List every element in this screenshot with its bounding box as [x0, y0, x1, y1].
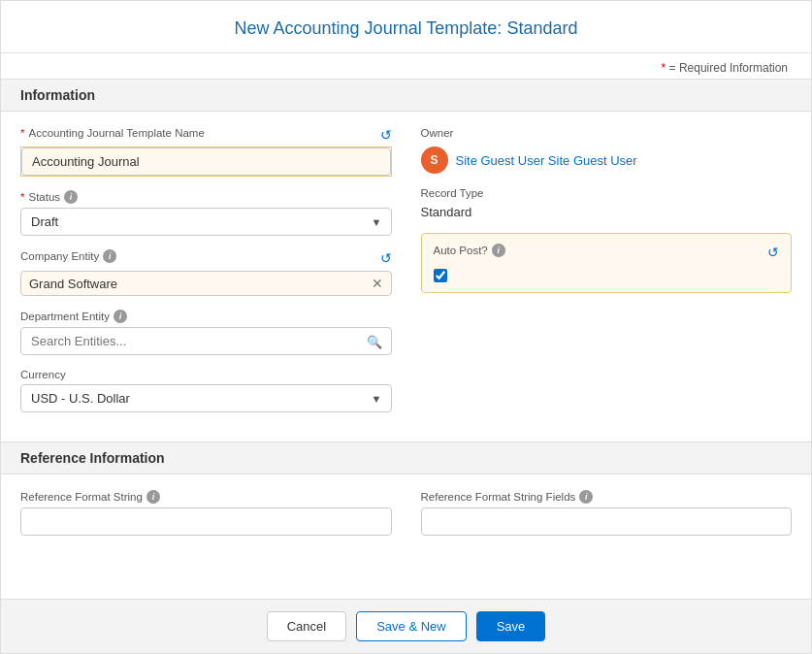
modal-body: Information * Accounting Journal Templat… [1, 79, 811, 599]
template-name-undo-icon[interactable]: ↺ [380, 127, 392, 143]
section-information-content: * Accounting Journal Template Name ↺ * [1, 112, 811, 441]
required-info-row: * = Required Information [1, 53, 811, 79]
modal-header: New Accounting Journal Template: Standar… [1, 1, 811, 53]
right-column: Owner S Site Guest User Site Guest User [421, 127, 793, 426]
status-field-group: * Status i Draft Active Inactive ▼ [20, 190, 392, 236]
company-entity-field-group: Company Entity i ↺ Grand Software ✕ [20, 249, 392, 296]
ref-format-string-fields-label: Reference Format String Fields i [421, 490, 793, 504]
template-name-input[interactable] [21, 147, 391, 176]
status-select-wrapper: Draft Active Inactive ▼ [20, 208, 392, 236]
company-entity-input-wrapper: Grand Software ✕ [20, 271, 392, 296]
owner-name[interactable]: Site Guest User Site Guest User [456, 153, 637, 168]
ref-format-string-info-icon[interactable]: i [146, 490, 160, 504]
status-select[interactable]: Draft Active Inactive [20, 208, 392, 236]
template-name-label-row: * Accounting Journal Template Name ↺ [20, 127, 392, 143]
company-entity-value: Grand Software [29, 277, 366, 291]
department-entity-field-group: Department Entity i 🔍 [20, 310, 392, 355]
section-reference-content: Reference Format String i Reference Form… [1, 474, 811, 565]
owner-row: S Site Guest User Site Guest User [421, 143, 793, 174]
save-new-button[interactable]: Save & New [356, 611, 467, 641]
ref-format-string-fields-info-icon[interactable]: i [579, 490, 593, 504]
auto-post-label: Auto Post? i [434, 244, 505, 257]
status-required-star: * [20, 191, 24, 203]
left-column: * Accounting Journal Template Name ↺ * [20, 127, 392, 426]
required-info-label: = Required Information [669, 61, 788, 75]
reference-grid: Reference Format String i Reference Form… [20, 490, 792, 549]
ref-format-string-fields-field-group: Reference Format String Fields i [421, 490, 793, 536]
record-type-value: Standard [421, 203, 793, 219]
auto-post-checkbox[interactable] [434, 269, 447, 282]
section-reference-header: Reference Information [1, 441, 811, 474]
modal-footer: Cancel Save & New Save [1, 599, 811, 653]
record-type-field-group: Record Type Standard [421, 187, 793, 219]
save-button[interactable]: Save [476, 611, 546, 641]
auto-post-undo-icon[interactable]: ↺ [767, 245, 779, 260]
company-entity-info-icon[interactable]: i [103, 249, 116, 263]
avatar: S [421, 147, 448, 174]
template-name-input-wrapper [20, 147, 392, 177]
template-name-label: * Accounting Journal Template Name [20, 127, 205, 139]
department-entity-label: Department Entity i [20, 310, 392, 323]
ref-format-string-label: Reference Format String i [20, 490, 392, 504]
status-label: * Status i [20, 190, 392, 204]
currency-label: Currency [20, 369, 392, 380]
auto-post-header: Auto Post? i ↺ [434, 244, 780, 261]
company-entity-label: Company Entity i [20, 249, 116, 263]
ref-format-string-field-group: Reference Format String i [20, 490, 392, 536]
auto-post-checkbox-wrapper [434, 269, 780, 282]
cancel-button[interactable]: Cancel [267, 611, 346, 641]
template-name-field-group: * Accounting Journal Template Name ↺ [20, 127, 392, 177]
auto-post-field-group: Auto Post? i ↺ [421, 233, 793, 293]
currency-select-wrapper: USD - U.S. Dollar EUR - Euro GBP - Briti… [20, 384, 392, 412]
auto-post-info-icon[interactable]: i [492, 244, 505, 257]
modal-title: New Accounting Journal Template: Standar… [20, 18, 792, 39]
required-asterisk: * [662, 61, 666, 75]
company-entity-label-row: Company Entity i ↺ [20, 249, 392, 267]
company-entity-clear-icon[interactable]: ✕ [372, 276, 383, 291]
auto-post-section: Auto Post? i ↺ [421, 233, 793, 293]
currency-field-group: Currency USD - U.S. Dollar EUR - Euro GB… [20, 369, 392, 412]
modal-container: New Accounting Journal Template: Standar… [0, 0, 812, 654]
record-type-label: Record Type [421, 187, 793, 199]
department-entity-info-icon[interactable]: i [114, 310, 127, 323]
currency-select[interactable]: USD - U.S. Dollar EUR - Euro GBP - Briti… [20, 384, 392, 412]
department-entity-input[interactable] [20, 327, 392, 355]
company-entity-undo-icon[interactable]: ↺ [380, 250, 392, 266]
owner-label: Owner [421, 127, 793, 139]
owner-field-group: Owner S Site Guest User Site Guest User [421, 127, 793, 174]
status-info-icon[interactable]: i [64, 190, 78, 204]
information-grid: * Accounting Journal Template Name ↺ * [20, 127, 792, 426]
ref-format-string-fields-input[interactable] [421, 507, 793, 536]
required-star: * [20, 127, 24, 139]
department-entity-search-wrapper: 🔍 [20, 327, 392, 355]
section-information-header: Information [1, 79, 811, 112]
ref-format-string-input[interactable] [20, 507, 392, 536]
